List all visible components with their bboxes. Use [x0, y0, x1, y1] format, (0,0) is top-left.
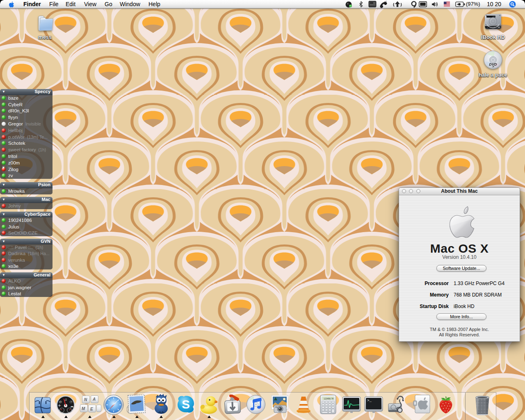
- svg-text:E: E: [90, 407, 93, 411]
- svg-text:eiei: eiei: [384, 0, 387, 2]
- svg-text:S: S: [182, 397, 190, 411]
- svg-text:A: A: [92, 397, 96, 402]
- svg-text:M: M: [82, 406, 85, 411]
- svg-text:☁: ☁: [70, 404, 74, 408]
- svg-text:N: N: [84, 397, 87, 402]
- svg-text:+R: +R: [492, 66, 494, 68]
- svg-text:123456.78: 123456.78: [324, 397, 333, 400]
- svg-text:@: @: [59, 400, 62, 404]
- svg-text:>_: >_: [367, 399, 372, 403]
- svg-text:✈: ✈: [58, 404, 61, 408]
- svg-text:◷: ◷: [70, 400, 73, 404]
